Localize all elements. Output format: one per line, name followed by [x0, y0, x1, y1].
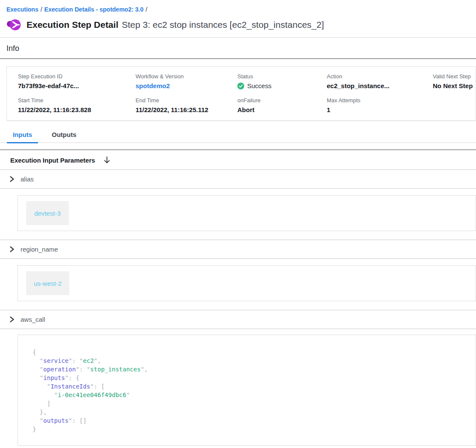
- breadcrumb: Executions/Execution Details - spotdemo2…: [0, 0, 476, 13]
- field-value: 1: [327, 106, 433, 113]
- section-name: region_name: [21, 246, 58, 253]
- field-label: Valid Next Step: [433, 73, 476, 80]
- breadcrumb-separator: /: [41, 6, 42, 13]
- tab-inputs[interactable]: Inputs: [7, 126, 38, 143]
- field-onfailure: onFailure Abort: [237, 97, 327, 113]
- field-action: Action ec2_stop_instance...: [327, 73, 433, 89]
- json-code-box: { "service": "ec2", "operation": "stop_i…: [18, 335, 476, 446]
- field-label: End Time: [136, 97, 237, 104]
- value-chip-region-name: us-west-2: [26, 271, 69, 295]
- section-content-alias: devtest-3: [0, 189, 476, 240]
- field-label: Step Execution ID: [18, 73, 136, 80]
- field-value: Abort: [237, 106, 327, 113]
- field-workflow-version: Workflow & Version spotdemo2: [136, 73, 237, 89]
- chevron-right-icon: [9, 316, 15, 323]
- status-value: Success: [247, 82, 272, 89]
- execution-input-parameters-row: Execution Input Parameters: [0, 150, 476, 169]
- page-subtitle: Step 3: ec2 stop instances [ec2_stop_ins…: [122, 20, 324, 30]
- section-row-alias[interactable]: alias: [0, 170, 476, 188]
- field-step-execution-id: Step Execution ID 7b73f93e-edaf-47c...: [18, 73, 136, 89]
- field-empty: [433, 97, 476, 113]
- field-label: onFailure: [237, 97, 327, 104]
- json-code: { "service": "ec2", "operation": "stop_i…: [33, 348, 476, 433]
- field-label: Workflow & Version: [136, 73, 237, 80]
- field-label: Action: [327, 73, 433, 80]
- field-end-time: End Time 11/22/2022, 11:16:25.112: [136, 97, 237, 113]
- chevron-right-icon: [9, 246, 15, 252]
- breadcrumb-link-executions[interactable]: Executions: [6, 6, 38, 13]
- breadcrumb-separator: /: [145, 6, 147, 13]
- field-value: 11/22/2022, 11:16:23.828: [18, 106, 136, 113]
- tab-bar: Inputs Outputs: [0, 126, 476, 143]
- field-label: Start Time: [18, 97, 136, 104]
- field-status: Status Success: [237, 73, 327, 89]
- field-label: Max Attempts: [327, 97, 433, 104]
- download-arrow-icon[interactable]: [103, 156, 111, 164]
- chevron-right-icon: [9, 176, 15, 182]
- section-content-region-name: us-west-2: [0, 259, 476, 310]
- field-value: 7b73f93e-edaf-47c...: [18, 82, 136, 89]
- execution-input-parameters-heading: Execution Input Parameters: [10, 157, 95, 164]
- field-value: No Next Step: [433, 82, 476, 89]
- field-max-attempts: Max Attempts 1: [327, 97, 433, 113]
- field-valid-next-step: Valid Next Step No Next Step: [433, 73, 476, 89]
- app-logo-icon: [6, 18, 21, 32]
- value-chip-alias: devtest-3: [26, 201, 69, 225]
- section-row-aws-call[interactable]: aws_call: [0, 310, 476, 329]
- section-name: aws_call: [21, 316, 45, 323]
- divider: [0, 58, 476, 59]
- info-card: Step Execution ID 7b73f93e-edaf-47c... W…: [6, 66, 476, 121]
- tab-outputs[interactable]: Outputs: [46, 126, 83, 143]
- field-start-time: Start Time 11/22/2022, 11:16:23.828: [18, 97, 136, 113]
- section-name: alias: [21, 175, 34, 183]
- success-check-icon: [237, 83, 244, 89]
- section-content-aws-call: { "service": "ec2", "operation": "stop_i…: [0, 329, 476, 446]
- field-value: ec2_stop_instance...: [327, 82, 433, 89]
- value-box: us-west-2: [18, 265, 476, 301]
- field-label: Status: [237, 73, 327, 80]
- page-header: Execution Step DetailStep 3: ec2 stop in…: [6, 18, 476, 32]
- page-title: Execution Step Detail: [27, 20, 118, 30]
- breadcrumb-link-execution-details[interactable]: Execution Details - spotdemo2: 3.0: [44, 6, 144, 13]
- info-section-heading: Info: [0, 38, 476, 58]
- section-row-region-name[interactable]: region_name: [0, 240, 476, 258]
- value-box: devtest-3: [18, 195, 476, 231]
- workflow-link[interactable]: spotdemo2: [136, 82, 170, 89]
- field-value: 11/22/2022, 11:16:25.112: [136, 106, 237, 113]
